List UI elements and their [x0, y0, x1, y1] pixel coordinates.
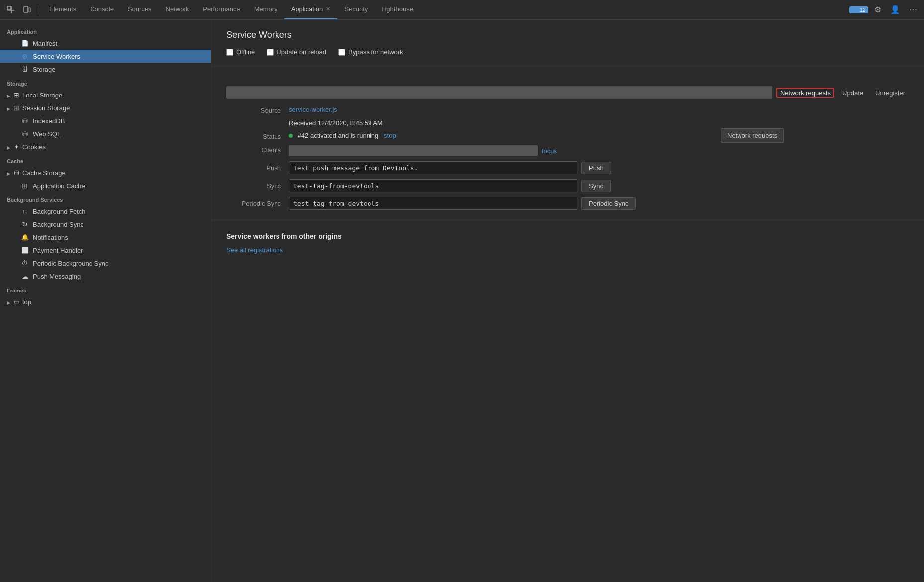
push-row: Push: [289, 161, 909, 174]
manifest-icon: [21, 39, 29, 47]
sidebar-item-cookies[interactable]: Cookies: [0, 140, 211, 153]
bg-sync-icon: [21, 220, 29, 228]
sidebar-item-push-messaging[interactable]: Push Messaging: [0, 270, 211, 283]
offline-checkbox[interactable]: [226, 49, 233, 56]
tab-application[interactable]: Application ✕: [284, 0, 338, 19]
sw-details: Source service-worker.js Received 12/4/2…: [226, 106, 909, 210]
storage-icon: [21, 65, 29, 73]
sync-button[interactable]: Sync: [581, 180, 611, 192]
tab-memory[interactable]: Memory: [247, 0, 284, 19]
arrow-cookies: [7, 143, 10, 151]
panel: Service Workers Offline Update on reload…: [211, 20, 924, 582]
svg-rect-0: [7, 6, 11, 10]
sidebar-item-bg-fetch[interactable]: Background Fetch: [0, 205, 211, 218]
sync-row: Sync: [289, 179, 909, 192]
toolbar-right: 12 ⚙ 👤 ⋯: [849, 3, 920, 16]
svg-rect-1: [24, 6, 28, 12]
clients-value: focus: [289, 145, 909, 156]
periodic-sync-row: Periodic Sync: [289, 197, 909, 210]
settings-icon[interactable]: ⚙: [871, 3, 884, 16]
app-cache-icon: [21, 182, 29, 190]
network-requests-button[interactable]: Network requests: [776, 88, 834, 98]
bypass-for-network-checkbox[interactable]: [338, 49, 345, 56]
unregister-button[interactable]: Unregister: [871, 88, 909, 98]
sidebar-item-application-cache[interactable]: Application Cache: [0, 179, 211, 192]
toolbar-divider: [38, 5, 38, 15]
sync-input[interactable]: [289, 179, 577, 192]
sw-url-bar: [226, 86, 772, 99]
user-icon[interactable]: 👤: [887, 3, 903, 16]
update-on-reload-label[interactable]: Update on reload: [267, 48, 326, 56]
sidebar-item-session-storage[interactable]: Session Storage: [0, 101, 211, 114]
top-icon: [12, 298, 20, 306]
status-dot: [289, 134, 293, 138]
clients-label: Clients: [231, 145, 281, 154]
tab-lighthouse[interactable]: Lighthouse: [374, 0, 420, 19]
tab-console[interactable]: Console: [83, 0, 121, 19]
stop-link[interactable]: stop: [384, 132, 396, 139]
tab-sources[interactable]: Sources: [121, 0, 159, 19]
sidebar-item-storage[interactable]: Storage: [0, 63, 211, 76]
inspect-icon[interactable]: [4, 4, 18, 16]
sidebar-section-storage: Storage: [0, 76, 211, 89]
periodic-sync-label: Periodic Sync: [231, 197, 281, 207]
periodic-sync-button[interactable]: Periodic Sync: [581, 197, 636, 210]
received-value: Received 12/4/2020, 8:45:59 AM: [289, 119, 909, 127]
sw-entry: Network requests Update Unregister Sourc…: [211, 76, 924, 220]
sidebar-item-local-storage[interactable]: Local Storage: [0, 89, 211, 101]
source-link[interactable]: service-worker.js: [289, 106, 337, 113]
sidebar-item-top[interactable]: top: [0, 295, 211, 308]
sidebar: Application Manifest Service Workers Sto…: [0, 20, 211, 582]
payment-icon: [21, 246, 29, 254]
push-button[interactable]: Push: [581, 162, 611, 174]
tab-security[interactable]: Security: [337, 0, 374, 19]
arrow-session-storage: [7, 104, 10, 112]
sidebar-item-indexeddb[interactable]: IndexedDB: [0, 114, 211, 127]
session-storage-icon: [12, 104, 20, 112]
periodic-sync-icon: [21, 259, 29, 267]
push-label: Push: [231, 161, 281, 172]
periodic-sync-input[interactable]: [289, 197, 577, 210]
tab-bar: Elements Console Sources Network Perform…: [42, 0, 847, 19]
sidebar-section-application: Application: [0, 24, 211, 37]
issues-badge[interactable]: 12: [849, 6, 868, 13]
tab-network[interactable]: Network: [159, 0, 196, 19]
see-all-registrations-link[interactable]: See all registrations: [226, 246, 283, 254]
indexeddb-icon: [21, 117, 29, 125]
arrow-cache-storage: [7, 169, 10, 177]
tab-performance[interactable]: Performance: [196, 0, 247, 19]
source-value: service-worker.js: [289, 106, 909, 113]
clients-input: [289, 145, 538, 156]
service-worker-icon: [21, 52, 29, 60]
offline-checkbox-label[interactable]: Offline: [226, 48, 255, 56]
sidebar-item-websql[interactable]: Web SQL: [0, 127, 211, 140]
sidebar-item-service-workers[interactable]: Service Workers: [0, 50, 211, 63]
devtools-toolbar: Elements Console Sources Network Perform…: [0, 0, 924, 20]
tab-close-icon[interactable]: ✕: [326, 6, 330, 12]
arrow-top: [7, 298, 10, 306]
more-icon[interactable]: ⋯: [906, 3, 920, 16]
svg-rect-2: [29, 8, 30, 12]
arrow-local-storage: [7, 92, 10, 99]
device-icon[interactable]: [20, 4, 34, 16]
sidebar-section-cache: Cache: [0, 153, 211, 166]
tab-elements[interactable]: Elements: [42, 0, 83, 19]
sidebar-item-manifest[interactable]: Manifest: [0, 37, 211, 50]
notifications-icon: [21, 233, 29, 241]
bypass-for-network-label[interactable]: Bypass for network: [338, 48, 403, 56]
focus-link[interactable]: focus: [542, 147, 557, 155]
update-on-reload-checkbox[interactable]: [267, 49, 274, 56]
sidebar-item-notifications[interactable]: Notifications: [0, 231, 211, 244]
sidebar-item-cache-storage[interactable]: Cache Storage: [0, 166, 211, 179]
websql-icon: [21, 130, 29, 138]
sidebar-section-frames: Frames: [0, 283, 211, 295]
bg-fetch-icon: [21, 207, 29, 215]
sidebar-item-bg-sync[interactable]: Background Sync: [0, 218, 211, 231]
sidebar-item-payment-handler[interactable]: Payment Handler: [0, 244, 211, 257]
sw-entry-header: Network requests Update Unregister: [226, 86, 909, 99]
push-input[interactable]: [289, 161, 577, 174]
source-label: Source: [231, 106, 281, 114]
sidebar-item-periodic-bg-sync[interactable]: Periodic Background Sync: [0, 257, 211, 270]
cache-storage-icon: [12, 169, 20, 177]
update-button[interactable]: Update: [838, 88, 867, 98]
